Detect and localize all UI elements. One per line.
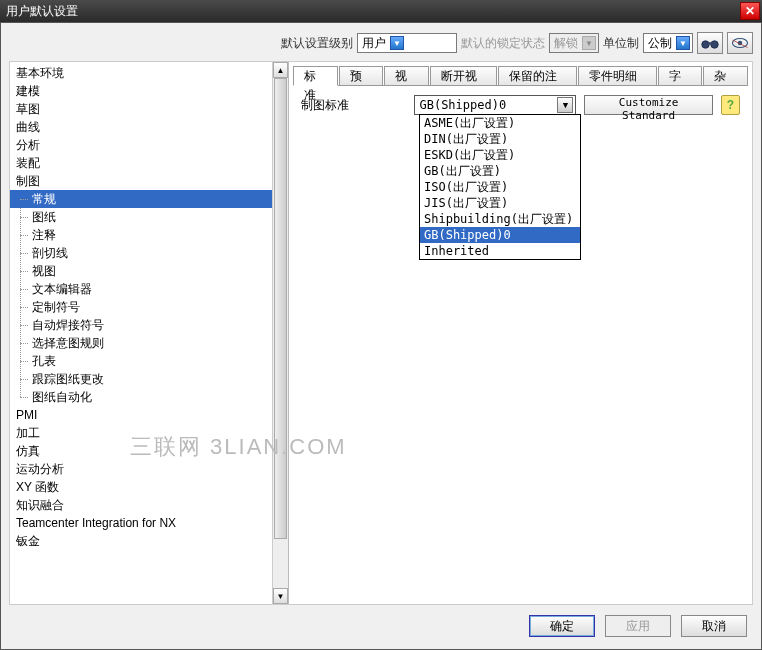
- scrollbar-vertical[interactable]: ▲ ▼: [272, 62, 288, 604]
- tree-item[interactable]: XY 函数: [10, 478, 288, 496]
- level-value: 用户: [362, 35, 386, 52]
- tree-item[interactable]: 文本编辑器: [10, 280, 288, 298]
- dialog-buttons: 确定 应用 取消: [9, 611, 753, 641]
- chevron-down-icon: ▼: [676, 36, 690, 50]
- tab[interactable]: 字体: [658, 66, 703, 86]
- chevron-down-icon: ▼: [390, 36, 404, 50]
- std-value: GB(Shipped)0: [419, 98, 506, 112]
- tree-item-drafting[interactable]: 制图: [10, 172, 288, 190]
- drafting-standard-combo[interactable]: GB(Shipped)0 ▼: [414, 95, 576, 115]
- dropdown-option[interactable]: ASME(出厂设置): [420, 115, 580, 131]
- category-tree-panel: 基本环境建模草图曲线分析装配制图常规图纸注释剖切线视图文本编辑器定制符号自动焊接…: [10, 62, 289, 604]
- tab[interactable]: 保留的注释: [498, 66, 577, 86]
- svg-rect-2: [708, 42, 713, 44]
- unit-value: 公制: [648, 35, 672, 52]
- level-combo[interactable]: 用户 ▼: [357, 33, 457, 53]
- scroll-down-icon[interactable]: ▼: [273, 588, 288, 604]
- tree-item[interactable]: 剖切线: [10, 244, 288, 262]
- tree-item[interactable]: PMI: [10, 406, 288, 424]
- dropdown-option[interactable]: JIS(出厂设置): [420, 195, 580, 211]
- tab-bar: 标准预览视图断开视图保留的注释零件明细表字体杂项: [293, 66, 748, 86]
- tree-item[interactable]: 注释: [10, 226, 288, 244]
- tree-item[interactable]: 跟踪图纸更改: [10, 370, 288, 388]
- lock-value: 解锁: [554, 35, 578, 52]
- scroll-thumb[interactable]: [274, 78, 287, 539]
- dropdown-option[interactable]: ISO(出厂设置): [420, 179, 580, 195]
- dropdown-option[interactable]: Inherited: [420, 243, 580, 259]
- binoculars-button[interactable]: [697, 32, 723, 54]
- tree-item[interactable]: 基本环境: [10, 64, 288, 82]
- drafting-standard-dropdown[interactable]: ASME(出厂设置)DIN(出厂设置)ESKD(出厂设置)GB(出厂设置)ISO…: [419, 114, 581, 260]
- tree-item[interactable]: 装配: [10, 154, 288, 172]
- cancel-button[interactable]: 取消: [681, 615, 747, 637]
- tree-item[interactable]: 建模: [10, 82, 288, 100]
- chevron-down-icon: ▼: [557, 97, 573, 113]
- tree-item[interactable]: 常规: [10, 190, 288, 208]
- dropdown-option[interactable]: ESKD(出厂设置): [420, 147, 580, 163]
- tab[interactable]: 视图: [384, 66, 429, 86]
- tree-item[interactable]: 加工: [10, 424, 288, 442]
- tree-item[interactable]: 视图: [10, 262, 288, 280]
- ok-button[interactable]: 确定: [529, 615, 595, 637]
- dropdown-option[interactable]: Shipbuilding(出厂设置): [420, 211, 580, 227]
- std-label: 制图标准: [301, 97, 406, 114]
- close-icon: ✕: [745, 4, 755, 18]
- unit-label: 单位制: [603, 35, 639, 52]
- apply-button: 应用: [605, 615, 671, 637]
- tab[interactable]: 标准: [293, 66, 338, 86]
- tree-item[interactable]: 定制符号: [10, 298, 288, 316]
- tree-item[interactable]: 选择意图规则: [10, 334, 288, 352]
- top-toolbar: 默认设置级别 用户 ▼ 默认的锁定状态 解锁 ▼ 单位制 公制 ▼: [9, 31, 753, 55]
- tree-item[interactable]: 自动焊接符号: [10, 316, 288, 334]
- tree-item[interactable]: 图纸自动化: [10, 388, 288, 406]
- tree-item[interactable]: 孔表: [10, 352, 288, 370]
- tree-item[interactable]: 钣金: [10, 532, 288, 550]
- titlebar: 用户默认设置 ✕: [0, 0, 762, 22]
- dropdown-option[interactable]: DIN(出厂设置): [420, 131, 580, 147]
- tab-panel: 制图标准 GB(Shipped)0 ▼ Customize Standard ?…: [293, 86, 748, 600]
- tree-item[interactable]: 草图: [10, 100, 288, 118]
- customize-standard-button[interactable]: Customize Standard: [584, 95, 712, 115]
- tree-item[interactable]: Teamcenter Integration for NX: [10, 514, 288, 532]
- dropdown-option[interactable]: GB(Shipped)0: [420, 227, 580, 243]
- tab[interactable]: 零件明细表: [578, 66, 657, 86]
- tree-item[interactable]: 图纸: [10, 208, 288, 226]
- tree-item[interactable]: 知识融合: [10, 496, 288, 514]
- category-tree[interactable]: 基本环境建模草图曲线分析装配制图常规图纸注释剖切线视图文本编辑器定制符号自动焊接…: [10, 62, 288, 604]
- level-label: 默认设置级别: [281, 35, 353, 52]
- unit-combo[interactable]: 公制 ▼: [643, 33, 693, 53]
- tab[interactable]: 杂项: [703, 66, 748, 86]
- eye-button[interactable]: [727, 32, 753, 54]
- tree-item[interactable]: 曲线: [10, 118, 288, 136]
- help-icon[interactable]: ?: [721, 95, 740, 115]
- tab[interactable]: 断开视图: [430, 66, 497, 86]
- lock-label: 默认的锁定状态: [461, 35, 545, 52]
- close-button[interactable]: ✕: [740, 2, 760, 20]
- lock-combo: 解锁 ▼: [549, 33, 599, 53]
- tree-item[interactable]: 仿真: [10, 442, 288, 460]
- chevron-down-icon: ▼: [582, 36, 596, 50]
- window-title: 用户默认设置: [6, 3, 78, 20]
- scroll-up-icon[interactable]: ▲: [273, 62, 288, 78]
- eye-icon: [731, 36, 749, 50]
- tab[interactable]: 预览: [339, 66, 384, 86]
- dropdown-option[interactable]: GB(出厂设置): [420, 163, 580, 179]
- binoculars-icon: [701, 36, 719, 50]
- tree-item[interactable]: 分析: [10, 136, 288, 154]
- tree-item[interactable]: 运动分析: [10, 460, 288, 478]
